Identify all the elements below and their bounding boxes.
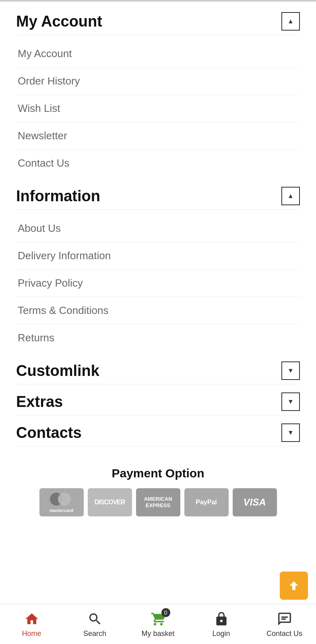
nav-basket-label: My basket: [141, 630, 174, 638]
link-newsletter[interactable]: Newsletter: [16, 122, 300, 150]
section-title-information: Information: [16, 188, 100, 205]
section-extras: Extras▼: [16, 388, 300, 415]
svg-rect-1: [281, 618, 286, 619]
payment-title: Payment Option: [16, 466, 300, 480]
nav-login[interactable]: Login: [190, 610, 253, 638]
section-header-information: Information▲: [16, 183, 300, 210]
collapse-btn-contacts[interactable]: ▼: [281, 423, 300, 442]
section-customlink: Customlink▼: [16, 357, 300, 384]
section-my-account: My Account▲My AccountOrder HistoryWish L…: [16, 8, 300, 179]
nav-search[interactable]: Search: [63, 610, 126, 638]
link-wish-list[interactable]: Wish List: [16, 95, 300, 122]
section-header-extras: Extras▼: [16, 388, 300, 415]
basket-count: 0: [161, 608, 170, 617]
top-border: [0, 0, 316, 2]
nav-search-label: Search: [83, 630, 106, 638]
section-links-my-account: My AccountOrder HistoryWish ListNewslett…: [16, 38, 300, 179]
nav-contact[interactable]: Contact Us: [253, 610, 316, 638]
link-privacy-policy[interactable]: Privacy Policy: [16, 270, 300, 297]
payment-section: Payment Option mastercard DISCOVERAMERIC…: [16, 458, 300, 524]
link-order-history[interactable]: Order History: [16, 68, 300, 95]
payment-paypal: PayPal: [184, 488, 229, 516]
section-title-customlink: Customlink: [16, 362, 99, 380]
payment-discover: DISCOVER: [88, 488, 132, 516]
section-information: Information▲About UsDelivery Information…: [16, 183, 300, 353]
contact-icon: [276, 610, 293, 628]
payment-mastercard: mastercard: [39, 488, 84, 516]
link-returns[interactable]: Returns: [16, 324, 300, 351]
section-header-contacts: Contacts▼: [16, 419, 300, 446]
nav-basket[interactable]: 0 My basket: [126, 610, 190, 638]
section-header-customlink: Customlink▼: [16, 357, 300, 384]
section-contacts: Contacts▼: [16, 419, 300, 446]
section-links-information: About UsDelivery InformationPrivacy Poli…: [16, 213, 300, 353]
section-title-extras: Extras: [16, 393, 63, 411]
section-header-my-account: My Account▲: [16, 8, 300, 35]
basket-icon: 0: [149, 610, 167, 628]
svg-rect-0: [281, 617, 288, 618]
nav-home[interactable]: Home: [0, 610, 63, 638]
nav-home-label: Home: [22, 630, 41, 638]
link-terms-and-conditions[interactable]: Terms & Conditions: [16, 297, 300, 324]
collapse-btn-my-account[interactable]: ▲: [281, 12, 300, 31]
payment-amex: AMERICANEXPRESS: [136, 488, 180, 516]
payment-visa: VISA: [233, 488, 277, 516]
section-title-contacts: Contacts: [16, 424, 82, 442]
collapse-btn-customlink[interactable]: ▼: [281, 361, 300, 380]
collapse-btn-information[interactable]: ▲: [281, 187, 300, 205]
main-content: My Account▲My AccountOrder HistoryWish L…: [0, 0, 316, 573]
bottom-nav: Home Search 0 My basket Login: [0, 604, 316, 644]
payment-icons: mastercard DISCOVERAMERICANEXPRESSPayPal…: [16, 488, 300, 516]
login-icon: [213, 610, 230, 628]
back-to-top-button[interactable]: [280, 572, 308, 600]
link-about-us[interactable]: About Us: [16, 215, 300, 242]
search-icon: [86, 610, 104, 628]
link-delivery-information[interactable]: Delivery Information: [16, 242, 300, 270]
nav-login-label: Login: [212, 630, 230, 638]
home-icon: [23, 610, 41, 628]
nav-contact-label: Contact Us: [266, 630, 302, 638]
section-title-my-account: My Account: [16, 13, 102, 30]
link-my-account[interactable]: My Account: [16, 40, 300, 68]
collapse-btn-extras[interactable]: ▼: [281, 392, 300, 411]
link-contact-us[interactable]: Contact Us: [16, 150, 300, 177]
